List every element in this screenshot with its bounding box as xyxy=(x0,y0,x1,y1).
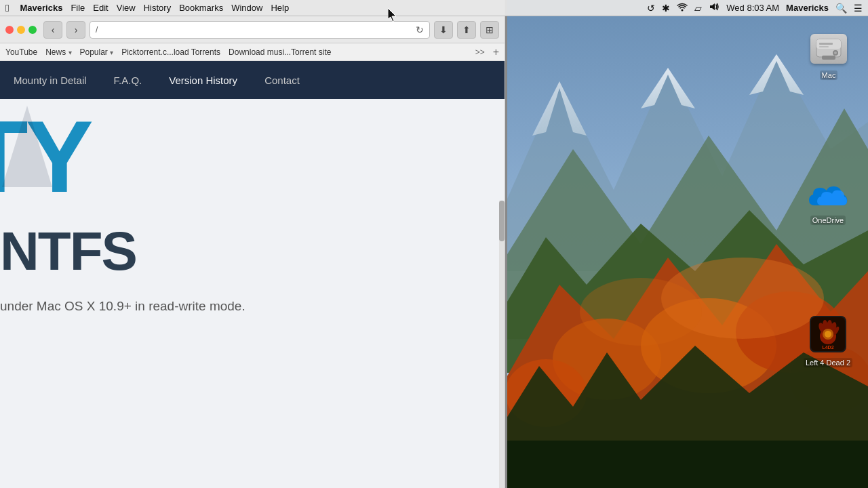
history-menu[interactable]: History xyxy=(144,3,171,13)
menubar:  Mavericks File Edit View History Bookm… xyxy=(0,0,868,16)
mac-icon-label: Mac xyxy=(820,70,838,80)
wifi-icon[interactable] xyxy=(677,2,688,14)
svg-point-22 xyxy=(834,52,837,54)
svg-text:L4D2: L4D2 xyxy=(822,345,833,350)
back-button[interactable]: ‹ xyxy=(43,21,62,39)
desktop-icon-l4d2[interactable]: L4D2 Left 4 Dead 2 xyxy=(797,313,859,367)
address-bar[interactable]: / ↻ xyxy=(90,21,430,39)
address-text: / xyxy=(96,25,98,35)
onedrive-icon-img xyxy=(806,179,850,213)
scrollbar-thumb[interactable] xyxy=(499,201,505,241)
minimize-button[interactable] xyxy=(17,26,25,34)
l4d2-icon-label: Left 4 Dead 2 xyxy=(804,358,852,367)
menubar-right: ↺ ✱ ▱ Wed 8:03 AM Mavericks 🔍 ☰ xyxy=(647,2,863,14)
svg-rect-24 xyxy=(819,46,829,47)
apple-menu-icon[interactable]:  xyxy=(5,2,9,14)
airplay-icon[interactable]: ▱ xyxy=(694,3,702,14)
edit-menu[interactable]: Edit xyxy=(93,3,108,13)
traffic-lights xyxy=(5,26,37,34)
desktop-icon-mac[interactable]: Mac xyxy=(802,30,856,80)
svg-rect-23 xyxy=(819,43,833,45)
ntfs-subheading: under Mac OS X 10.9+ in read-write mode. xyxy=(0,299,245,314)
clock-display: Wed 8:03 AM xyxy=(726,3,779,13)
browser-window: ‹ › / ↻ ⬇ ⬆ ⊞ YouTube News ▾ Popular ▾ P… xyxy=(0,0,505,488)
bookmark-news[interactable]: News ▾ xyxy=(45,47,71,57)
hdd-graphic xyxy=(810,34,847,64)
bookmark-popular[interactable]: Popular ▾ xyxy=(80,47,114,57)
site-content: TY NTFS under Mac OS X 10.9+ in read-wri… xyxy=(0,99,505,488)
bookmarks-overflow-button[interactable]: >> xyxy=(475,47,485,57)
l4d2-icon-img: L4D2 xyxy=(807,313,849,355)
menubar-left:  Mavericks File Edit View History Bookm… xyxy=(5,2,289,14)
close-button[interactable] xyxy=(5,26,14,34)
view-menu[interactable]: View xyxy=(117,3,136,13)
forward-button[interactable]: › xyxy=(66,21,85,39)
help-menu[interactable]: Help xyxy=(271,3,289,13)
bookmarks-menu[interactable]: Bookmarks xyxy=(179,3,223,13)
svg-point-33 xyxy=(825,331,831,338)
svg-rect-16 xyxy=(505,441,868,488)
nav-faq[interactable]: F.A.Q. xyxy=(114,75,142,86)
bookmarks-bar: YouTube News ▾ Popular ▾ Picktorrent.c..… xyxy=(0,43,505,61)
svg-marker-1 xyxy=(0,106,54,187)
l4d2-graphic: L4D2 xyxy=(810,316,846,352)
volume-icon[interactable] xyxy=(709,2,719,14)
notification-center-icon[interactable]: ☰ xyxy=(854,3,863,14)
site-navigation: Mounty in Detail F.A.Q. Version History … xyxy=(0,61,505,99)
zoom-button[interactable] xyxy=(28,26,37,34)
app-name-menu[interactable]: Mavericks xyxy=(20,3,62,13)
bookmark-music-torrent[interactable]: Download musi...Torrent site xyxy=(229,47,331,57)
add-bookmark-button[interactable]: + xyxy=(493,46,499,58)
download-button[interactable]: ⬇ xyxy=(434,21,453,39)
tab-overview-button[interactable]: ⊞ xyxy=(480,21,499,39)
share-button[interactable]: ⬆ xyxy=(457,21,476,39)
desktop-icon-onedrive[interactable]: OneDrive xyxy=(797,179,859,225)
window-menu[interactable]: Window xyxy=(231,3,262,13)
mountain-graphic xyxy=(0,106,54,187)
bookmark-youtube[interactable]: YouTube xyxy=(5,47,37,57)
mavericks-label[interactable]: Mavericks xyxy=(786,3,829,13)
reload-button[interactable]: ↻ xyxy=(416,24,424,35)
nav-version-history[interactable]: Version History xyxy=(169,75,237,86)
time-machine-icon[interactable]: ↺ xyxy=(647,3,655,14)
nav-mounty-detail[interactable]: Mounty in Detail xyxy=(14,75,87,86)
svg-point-18 xyxy=(580,278,702,346)
bluetooth-icon[interactable]: ✱ xyxy=(662,3,670,14)
desktop: Mac OneDrive xyxy=(505,0,868,488)
window-divider xyxy=(505,0,507,488)
bookmark-picktorrent[interactable]: Picktorrent.c...load Torrents xyxy=(121,47,220,57)
scrollbar[interactable] xyxy=(499,201,505,488)
file-menu[interactable]: File xyxy=(71,3,85,13)
ntfs-heading: NTFS xyxy=(0,224,136,279)
onedrive-icon-label: OneDrive xyxy=(810,216,846,225)
mac-hdd-icon-img xyxy=(810,30,848,68)
svg-point-0 xyxy=(682,9,684,12)
browser-toolbar: ‹ › / ↻ ⬇ ⬆ ⊞ xyxy=(0,16,505,43)
nav-contact[interactable]: Contact xyxy=(264,75,300,86)
spotlight-search-icon[interactable]: 🔍 xyxy=(835,3,847,14)
